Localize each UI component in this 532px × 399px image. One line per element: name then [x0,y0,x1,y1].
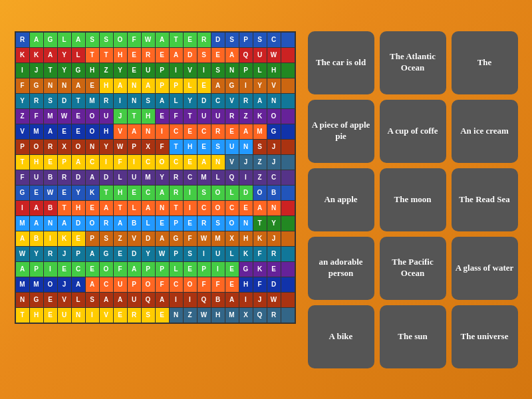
grid-cell: D [58,94,71,108]
card-coffee[interactable]: A cup of coffe [380,100,446,163]
grid-cell: A [44,124,57,139]
card-bike[interactable]: A bike [308,305,374,368]
grid-cell: O [211,186,225,200]
grid-cell: A [142,201,155,215]
grid-cell [281,186,295,200]
grid-cell: U [142,63,155,78]
card-apple-pie[interactable]: A piece of apple pie [308,100,374,163]
grid-cell: F [211,277,225,292]
card-sun[interactable]: The sun [380,305,446,368]
grid-cell: Z [239,109,253,124]
grid-cell: M [16,277,29,292]
grid-cell [281,48,295,63]
grid-cell: L [170,262,183,277]
card-glass-water[interactable]: A glass of water [452,237,518,300]
grid-cell: A [239,124,253,139]
grid-cell: O [253,186,267,200]
grid-cell: W [44,186,57,200]
grid-cell: N [128,78,141,93]
grid-cell: E [44,155,57,170]
grid-cell: E [225,262,239,277]
card-apple[interactable]: An apple [308,168,374,231]
card-pacific[interactable]: The Pacific Ocean [380,237,446,300]
grid-cell: C [198,201,211,215]
grid-cell: I [44,262,57,277]
card-universe[interactable]: The universe [452,305,518,368]
grid-cell: C [267,33,281,47]
grid-cell: N [170,308,183,323]
grid-cell: H [30,155,43,170]
grid-cell: L [142,216,155,231]
grid-cell: S [142,94,155,108]
grid-cell: J [239,155,253,170]
grid-cell: F [156,277,169,292]
grid-cell: R [170,170,183,185]
grid-cell: E [114,247,127,261]
grid-cell: O [100,262,113,277]
grid-cell: R [30,94,43,108]
grid-cell: G [239,262,253,277]
card-car-old[interactable]: The car is old [308,31,374,94]
grid-cell: N [44,78,57,93]
grid-cell: H [100,78,113,93]
grid-cell: A [58,216,71,231]
grid-cell: N [58,78,71,93]
card-adorable[interactable]: an adorable person [308,237,374,300]
grid-cell: R [267,308,281,323]
card-the[interactable]: The [452,31,518,94]
grid-cell: U [128,293,141,307]
grid-cell: F [16,170,29,185]
grid-cell: T [128,109,141,124]
grid-cell: E [156,308,169,323]
grid-cell [281,293,295,307]
grid-cell: O [142,277,155,292]
grid-cell: Y [156,170,169,185]
grid-cell: B [267,186,281,200]
grid-cell: H [267,63,281,78]
grid-cell: Y [253,78,267,93]
grid-cell: I [86,308,99,323]
grid-cell: O [211,201,225,215]
grid-cell: L [225,247,239,261]
grid-cell: E [184,124,197,139]
grid-cell: D [211,33,225,47]
grid-cell: S [86,293,99,307]
grid-cell: A [198,155,211,170]
grid-cell: B [44,201,57,215]
grid-cell: T [184,109,197,124]
grid-cell: I [100,155,113,170]
grid-cell: E [156,109,169,124]
grid-cell: G [267,124,281,139]
grid-cell: L [58,33,71,47]
grid-cell: E [156,48,169,63]
grid-cell: J [267,231,281,246]
grid-cell: M [253,124,267,139]
card-atlantic[interactable]: The Atlantic Ocean [380,31,446,94]
card-red-sea[interactable]: The Read Sea [452,168,518,231]
grid-cell: A [142,78,155,93]
grid-cell: E [225,124,239,139]
grid-cell: A [156,33,169,47]
grid-cell: U [211,247,225,261]
grid-cell: E [128,48,141,63]
grid-cell: G [225,78,239,93]
grid-cell: L [72,48,85,63]
card-moon[interactable]: The moon [380,168,446,231]
card-ice-cream[interactable]: An ice cream [452,100,518,163]
grid-cell: A [86,277,99,292]
grid-cell: U [58,308,71,323]
grid-cell: P [170,78,183,93]
grid-cell: E [114,308,127,323]
grid-cell: T [253,216,267,231]
grid-cell: A [156,94,169,108]
grid-cell: F [114,262,127,277]
grid-cell: H [100,124,113,139]
grid-cell: P [58,155,71,170]
grid-cell: V [58,293,71,307]
grid-cell: O [72,140,85,154]
grid-cell: F [198,277,211,292]
grid-cell: T [100,186,113,200]
grid-cell: A [30,216,43,231]
grid-cell: E [58,262,71,277]
grid-cell: B [128,216,141,231]
